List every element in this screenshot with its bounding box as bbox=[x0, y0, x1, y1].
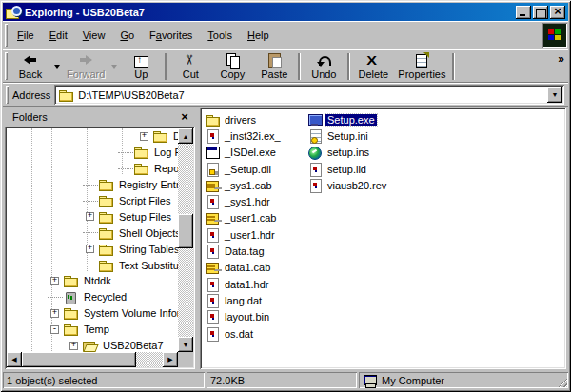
tree-item-text-substitu[interactable]: Text Substitu bbox=[7, 257, 178, 273]
menu-favorites[interactable]: Favorites bbox=[142, 28, 200, 43]
file-item-setup-lid[interactable]: setup.lid bbox=[307, 161, 388, 177]
menu-file[interactable]: File bbox=[10, 28, 42, 43]
copy-button[interactable]: Copy bbox=[211, 50, 253, 82]
ins-file-icon bbox=[307, 145, 323, 160]
tree-item-ntddk[interactable]: +Ntddk bbox=[7, 273, 178, 289]
resize-grip[interactable] bbox=[556, 376, 567, 387]
vertical-scroll-thumb[interactable] bbox=[178, 214, 193, 248]
expand-plus-icon[interactable]: + bbox=[86, 245, 94, 253]
expand-plus-icon[interactable]: + bbox=[140, 132, 148, 141]
paste-button[interactable]: Paste bbox=[253, 50, 295, 82]
status-panel-3: My Computer bbox=[359, 372, 568, 388]
tree-item-string-tables[interactable]: +String Tables bbox=[7, 241, 178, 257]
expand-plus-icon[interactable]: + bbox=[50, 309, 59, 318]
file-item-user1-cab[interactable]: _user1.cab bbox=[205, 210, 283, 226]
address-combo[interactable]: D:\TEMP\USB20Beta7 ▼ bbox=[54, 85, 564, 105]
file-item-setup-exe[interactable]: Setup.exe bbox=[307, 111, 388, 127]
tree-item-setup-files[interactable]: +Setup Files bbox=[7, 208, 178, 225]
undo-button-label: Undo bbox=[311, 69, 336, 80]
file-item-inst32i-ex[interactable]: _inst32i.ex_ bbox=[205, 127, 283, 144]
tree-horizontal-scrollbar[interactable]: ◀ ▶ bbox=[7, 352, 178, 367]
file-item-lang-dat[interactable]: lang.dat bbox=[205, 292, 283, 308]
tree-vertical-scrollbar[interactable]: ▲ ▼ bbox=[178, 128, 193, 352]
back-arrow-icon bbox=[23, 52, 38, 68]
toolbar-buttons: BackForwardUpCutCopyPasteUndoDeletePrope… bbox=[10, 50, 457, 82]
expand-plus-icon[interactable]: + bbox=[86, 212, 94, 221]
tree-item-label: Script Files bbox=[117, 195, 172, 206]
tree-item-temp[interactable]: -Temp bbox=[7, 322, 178, 338]
menu-help[interactable]: Help bbox=[240, 28, 277, 43]
file-item-data1-hdr[interactable]: data1.hdr bbox=[205, 276, 283, 292]
forward-dropdown-button[interactable] bbox=[108, 50, 120, 82]
tree-item-d[interactable]: +D bbox=[7, 128, 178, 145]
scroll-down-icon[interactable]: ▼ bbox=[178, 337, 193, 352]
file-item-setup-ins[interactable]: setup.ins bbox=[307, 145, 388, 161]
file-item-setup-ini[interactable]: Setup.ini bbox=[307, 127, 388, 144]
address-dropdown-button[interactable]: ▼ bbox=[547, 87, 562, 103]
maximize-button[interactable] bbox=[533, 6, 548, 19]
tree-item-system-volume-inform[interactable]: +System Volume Inform bbox=[7, 305, 178, 322]
undo-button[interactable]: Undo bbox=[303, 50, 345, 82]
toolbar-separator bbox=[165, 53, 167, 80]
cut-button[interactable]: Cut bbox=[169, 50, 211, 82]
toolbar-grip[interactable] bbox=[5, 52, 8, 80]
tree-item-shell-objects[interactable]: Shell Objects bbox=[7, 225, 178, 241]
file-item-viausb20-rev[interactable]: viausb20.rev bbox=[307, 177, 388, 193]
open-folder-icon bbox=[82, 338, 97, 352]
cabinet-file-icon bbox=[205, 210, 220, 225]
collapse-minus-icon[interactable]: - bbox=[50, 325, 59, 334]
file-item-layout-bin[interactable]: layout.bin bbox=[205, 309, 283, 325]
toolbar-overflow-chevron[interactable]: » bbox=[558, 52, 564, 66]
menubar-grip[interactable] bbox=[5, 24, 8, 47]
back-dropdown-button[interactable] bbox=[51, 50, 63, 82]
tree-item-log-f[interactable]: Log F bbox=[7, 145, 178, 161]
close-button[interactable] bbox=[550, 6, 565, 19]
folder-icon bbox=[152, 128, 167, 144]
tree-item-registry-entri[interactable]: Registry Entri bbox=[7, 177, 178, 193]
properties-button[interactable]: Properties bbox=[394, 50, 449, 82]
tree-item-label: Temp bbox=[82, 323, 111, 335]
menu-view[interactable]: View bbox=[75, 28, 113, 43]
scroll-left-icon[interactable]: ◀ bbox=[7, 352, 22, 367]
copy-button-label: Copy bbox=[221, 69, 246, 80]
folder-icon bbox=[205, 112, 220, 127]
file-item-setup-dll[interactable]: _Setup.dll bbox=[205, 161, 283, 177]
address-value[interactable]: D:\TEMP\USB20Beta7 bbox=[78, 89, 547, 101]
explorer-icon bbox=[6, 5, 21, 20]
cabinet-file-icon bbox=[205, 260, 220, 275]
menu-tools[interactable]: Tools bbox=[200, 28, 240, 43]
file-item-label: setup.ins bbox=[325, 147, 371, 158]
file-item-sys1-hdr[interactable]: _sys1.hdr bbox=[205, 193, 283, 209]
copy-icon bbox=[225, 52, 240, 68]
delete-button[interactable]: Delete bbox=[352, 50, 394, 82]
file-item-data1-cab[interactable]: data1.cab bbox=[205, 260, 283, 276]
toolbar-separator bbox=[452, 53, 454, 80]
file-item-data-tag[interactable]: Data.tag bbox=[205, 243, 283, 259]
back-button[interactable]: Back bbox=[10, 50, 51, 82]
menu-edit[interactable]: Edit bbox=[42, 28, 75, 43]
tree-item-script-files[interactable]: Script Files bbox=[7, 193, 178, 209]
scroll-right-icon[interactable]: ▶ bbox=[163, 352, 178, 367]
menu-go[interactable]: Go bbox=[112, 28, 142, 43]
file-item-user1-hdr[interactable]: _user1.hdr bbox=[205, 226, 283, 243]
folder-icon bbox=[98, 225, 113, 241]
minimize-button[interactable] bbox=[516, 6, 531, 19]
tree-item-usb20beta7[interactable]: +USB20Beta7 bbox=[7, 338, 178, 352]
addressbar-grip[interactable] bbox=[6, 86, 9, 104]
tree-item-recycled[interactable]: Recycled bbox=[7, 289, 178, 305]
expand-plus-icon[interactable]: + bbox=[50, 277, 59, 285]
file-item-isdel-exe[interactable]: _ISDel.exe bbox=[205, 145, 283, 161]
tree-item-repo[interactable]: Repo bbox=[7, 161, 178, 177]
scroll-up-icon[interactable]: ▲ bbox=[178, 128, 193, 144]
file-item-sys1-cab[interactable]: _sys1.cab bbox=[205, 177, 283, 193]
file-item-label: Setup.ini bbox=[325, 130, 370, 142]
forward-button[interactable]: Forward bbox=[63, 50, 108, 82]
file-item-os-dat[interactable]: os.dat bbox=[205, 325, 283, 342]
title-bar[interactable]: Exploring - USB20Beta7 bbox=[3, 3, 568, 21]
horizontal-scroll-thumb[interactable] bbox=[22, 352, 136, 367]
expand-plus-icon[interactable]: + bbox=[69, 342, 78, 350]
folder-icon bbox=[98, 242, 113, 257]
folders-close-icon[interactable]: × bbox=[178, 111, 191, 124]
file-item-drivers[interactable]: drivers bbox=[205, 111, 283, 127]
up-button[interactable]: Up bbox=[120, 50, 162, 82]
